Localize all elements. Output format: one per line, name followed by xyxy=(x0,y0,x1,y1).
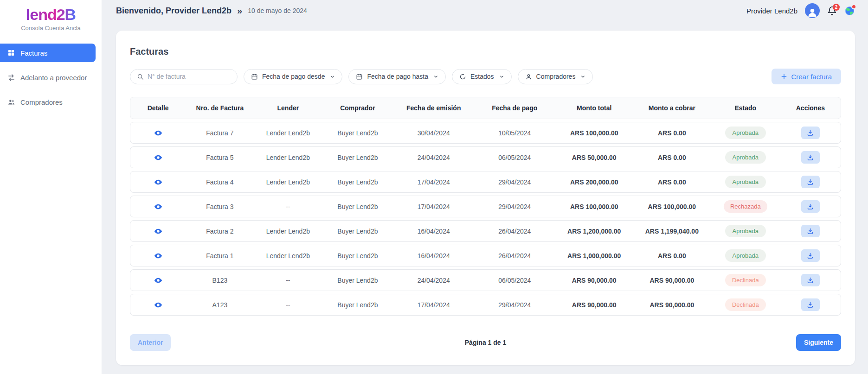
download-button[interactable] xyxy=(801,127,820,139)
download-icon xyxy=(807,154,814,161)
avatar[interactable] xyxy=(805,3,820,18)
view-detail-button[interactable] xyxy=(154,203,162,211)
chevron-down-icon xyxy=(580,74,585,79)
column-header: Fecha de emisión xyxy=(406,104,461,112)
table-row: A123 -- Buyer Lend2b 17/04/2024 29/04/20… xyxy=(130,294,841,316)
chevrons-separator-icon: » xyxy=(237,6,242,15)
table-row: Factura 7 Lender Lend2b Buyer Lend2b 30/… xyxy=(130,122,841,144)
status-cell: Aprobada xyxy=(725,127,766,139)
lender-cell: Lender Lend2b xyxy=(266,178,310,186)
column-header: Fecha de pago xyxy=(492,104,537,112)
download-button[interactable] xyxy=(801,176,820,188)
invoice-search-field xyxy=(130,69,238,84)
view-detail-button[interactable] xyxy=(154,129,162,137)
receivable-amount-cell: ARS 0.00 xyxy=(658,154,686,161)
app-subtitle: Consola Cuenta Ancla xyxy=(0,25,102,32)
chevron-down-icon xyxy=(433,74,438,79)
table-row: Factura 2 Lender Lend2b Buyer Lend2b 16/… xyxy=(130,220,841,242)
eye-icon xyxy=(154,252,162,260)
eye-icon xyxy=(154,178,162,186)
status-cell: Aprobada xyxy=(725,151,766,164)
topbar-right: Provider Lend2b 2 xyxy=(746,3,855,18)
download-button[interactable] xyxy=(801,298,820,311)
view-detail-button[interactable] xyxy=(154,153,162,162)
table-header: DetalleNro. de FacturaLenderCompradorFec… xyxy=(130,97,841,119)
welcome-title: Bienvenido, Provider Lend2b xyxy=(116,6,231,16)
status-cell: Declinada xyxy=(725,298,766,311)
transfer-arrows-icon xyxy=(7,74,15,82)
view-detail-button[interactable] xyxy=(154,301,162,309)
filter-label: Estados xyxy=(470,73,494,80)
download-button[interactable] xyxy=(801,200,820,213)
table-body: Factura 7 Lender Lend2b Buyer Lend2b 30/… xyxy=(130,122,841,316)
detail-cell xyxy=(154,203,162,211)
next-page-button[interactable]: Siguiente xyxy=(796,334,841,351)
status-badge: Aprobada xyxy=(725,225,766,237)
search-icon xyxy=(137,73,144,80)
download-button[interactable] xyxy=(801,225,820,237)
total-amount-cell: ARS 90,000.00 xyxy=(572,301,617,309)
view-detail-button[interactable] xyxy=(154,178,162,186)
welcome-group: Bienvenido, Provider Lend2b » 10 de mayo… xyxy=(116,6,307,16)
invoice-number-cell: Factura 1 xyxy=(206,252,233,260)
filter-states-pill[interactable]: Estados xyxy=(452,69,512,84)
total-amount-cell: ARS 90,000.00 xyxy=(572,277,617,284)
view-detail-button[interactable] xyxy=(154,276,162,285)
pay-date-cell: 26/04/2024 xyxy=(498,228,531,235)
page-indicator: Página 1 de 1 xyxy=(465,339,506,346)
status-badge: Aprobada xyxy=(725,151,766,164)
column-header: Comprador xyxy=(340,104,375,112)
topbar: Bienvenido, Provider Lend2b » 10 de mayo… xyxy=(116,0,855,21)
page-title: Facturas xyxy=(130,46,841,57)
issue-date-cell: 16/04/2024 xyxy=(418,252,450,260)
column-header: Nro. de Factura xyxy=(196,104,244,112)
download-icon xyxy=(807,301,814,308)
view-detail-button[interactable] xyxy=(154,227,162,235)
create-invoice-button[interactable]: Crear factura xyxy=(772,69,841,84)
lender-cell: Lender Lend2b xyxy=(266,228,310,235)
sidebar-item-compradores[interactable]: Compradores xyxy=(0,93,102,111)
sidebar-item-adelanto[interactable]: Adelanto a proveedor xyxy=(0,68,102,87)
total-amount-cell: ARS 200,000.00 xyxy=(570,178,618,186)
lender-cell: -- xyxy=(286,203,290,210)
invoices-card: Facturas Fecha de pago desde xyxy=(116,31,855,365)
buyer-cell: Buyer Lend2b xyxy=(337,154,378,161)
invoice-number-cell: A123 xyxy=(212,301,228,309)
status-cell: Aprobada xyxy=(725,249,766,262)
issue-date-cell: 17/04/2024 xyxy=(418,203,450,210)
table-row: Factura 3 -- Buyer Lend2b 17/04/2024 29/… xyxy=(130,196,841,217)
language-alert-dot xyxy=(851,4,856,9)
users-icon xyxy=(7,98,15,106)
actions-cell xyxy=(801,200,820,213)
filters-bar: Fecha de pago desde Fecha de pago hasta xyxy=(130,68,841,85)
column-header: Detalle xyxy=(148,104,169,112)
filter-date-to-pill[interactable]: Fecha de pago hasta xyxy=(348,69,446,84)
download-button[interactable] xyxy=(801,274,820,286)
filter-buyers-pill[interactable]: Compradores xyxy=(518,69,593,84)
status-cell: Aprobada xyxy=(725,176,766,188)
buyer-cell: Buyer Lend2b xyxy=(337,228,378,235)
user-name: Provider Lend2b xyxy=(746,7,797,15)
status-badge: Declinada xyxy=(725,274,766,286)
sidebar-item-facturas[interactable]: Facturas xyxy=(0,44,96,62)
status-badge: Aprobada xyxy=(725,249,766,262)
download-button[interactable] xyxy=(801,151,820,164)
eye-icon xyxy=(154,276,162,285)
download-icon xyxy=(807,129,814,136)
download-button[interactable] xyxy=(801,249,820,262)
view-detail-button[interactable] xyxy=(154,252,162,260)
total-amount-cell: ARS 50,000.00 xyxy=(572,154,617,161)
search-input[interactable] xyxy=(148,73,231,80)
language-button[interactable] xyxy=(844,6,855,16)
pay-date-cell: 06/05/2024 xyxy=(498,154,531,161)
sidebar-nav: Facturas Adelanto a proveedor Compradore… xyxy=(0,44,102,111)
eye-icon xyxy=(154,153,162,162)
download-icon xyxy=(807,178,814,185)
notifications-button[interactable]: 2 xyxy=(827,6,837,16)
previous-page-button[interactable]: Anterior xyxy=(130,334,171,351)
filter-date-from-pill[interactable]: Fecha de pago desde xyxy=(244,69,342,84)
current-date: 10 de mayo de 2024 xyxy=(248,7,307,14)
status-cell: Declinada xyxy=(725,274,766,286)
chevron-down-icon xyxy=(499,74,504,79)
app-root: lend2B Consola Cuenta Ancla Facturas Ade… xyxy=(0,0,868,374)
